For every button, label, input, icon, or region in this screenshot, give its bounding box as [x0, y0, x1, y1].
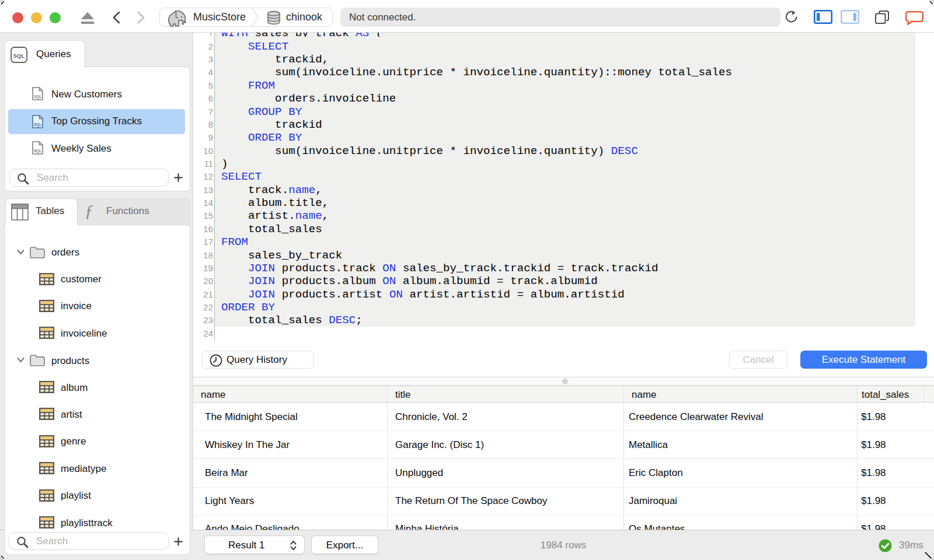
svg-text:SQL: SQL [34, 94, 41, 99]
svg-text:SQL: SQL [34, 123, 41, 127]
svg-text:SQL: SQL [13, 52, 25, 59]
svg-text:SQL: SQL [34, 149, 41, 153]
